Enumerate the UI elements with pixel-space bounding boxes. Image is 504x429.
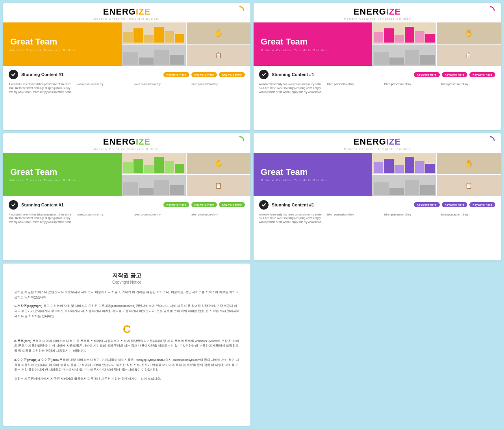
sub-text-4-2: taken possession of my [384,213,438,224]
hero-left-4: Great Team Modern Creative Template Buil… [254,153,372,196]
arc-decoration-4 [485,136,495,146]
check-icon-4 [259,200,269,210]
logo-1: ENERGIZE [9,7,244,17]
sub-text-1-1: taken possession of my [77,82,131,94]
copyright-title-kr: 저작권 공고 [14,272,239,279]
hero-img-3-4 [372,175,436,196]
sub-text-2-1: taken possession of my [327,82,381,94]
keywords-1: Keyword Here Keyword Here Keyword Here [163,72,245,77]
content-header-1: Stunning Content #1 Keyword Here Keyword… [9,70,245,79]
logo-subtitle-3: Modern Creative Template Builder [9,148,244,150]
sub-text-2-2: taken possession of my [384,82,438,94]
main-text-1: A wonderful serenity has taken possessio… [9,82,74,94]
hero-left-3: Great Team Modern Creative Template Buil… [3,153,122,196]
logo-2: ENERGIZE [260,7,495,17]
keyword-4-2: Keyword Here [442,202,468,207]
sub-text-4-1: taken possession of my [327,213,381,224]
copyright-text-3: 3. 아이콘(image) & 아이콘(icon) 폰트의 내부 서비스는 내적… [14,358,239,373]
keywords-2: Keyword Here Keyword Here Keyword Here [414,72,495,77]
hero-img-chart2 [372,22,436,44]
copyright-section-4: 귀하는 제공된이미지에서 사쭈전 서비에의 활용해서 아무데나 사쭈전 수있는 … [14,377,239,382]
keyword-3-1: Keyword Here [163,202,189,207]
arc-decoration-2 [485,6,495,16]
hero-img-hand1: ✋ [187,22,250,44]
content-header-4: Stunning Content #1 Keyword Here Keyword… [259,200,495,210]
content-header-2: Stunning Content #1 Keyword Here Keyword… [259,70,495,79]
keyword-1-2: Keyword Here [191,72,217,77]
hero-img-chart1 [122,22,185,44]
copyright-intro: 귀하는 제공된 서비스나 콘텐츠나 내려로우셔서 서비스나 이용하거나 서울 1… [14,290,239,300]
check-icon-2 [259,70,269,79]
hero-left-1: Great Team Modern Creative Template Buil… [3,22,122,66]
main-text-2: A wonderful serenity has taken possessio… [259,82,324,94]
hero-left-2: Great Team Modern Creative Template Buil… [254,22,372,66]
keyword-4-1: Keyword Here [414,202,440,207]
hero-title-3: Great Team [10,167,115,177]
copyright-section-2: 2. 폰트(font) 폰트의 내에에 서비스는 내적인 종 폰트를 서비에의 … [14,339,239,354]
slide-2: ENERGIZE Modern Creative Template Builde… [254,3,501,130]
slide-4: ENERGIZE Modern Creative Template Builde… [254,133,501,260]
content-3: Stunning Content #1 Keyword Here Keyword… [3,196,250,229]
keyword-2-2: Keyword Here [442,72,468,77]
content-1: Stunning Content #1 Keyword Here Keyword… [3,66,250,98]
hero-images-1: ✋ 📋 [122,22,250,66]
hero-img-3-3 [122,175,185,196]
arc-decoration-1 [235,6,245,16]
content-title-2: Stunning Content #1 [272,72,411,77]
logo-4: ENERGIZE [260,137,495,147]
hero-img-hand3: ✋ [187,153,250,174]
logo-subtitle-1: Modern Creative Template Builder [9,17,244,20]
logo-subtitle-4: Modern Creative Template Builder [260,148,495,150]
hero-title-1: Great Team [10,37,115,47]
hero-img-4-4: 📋 [437,175,501,196]
arc-decoration-3 [235,136,245,146]
hero-images-3: ✋ 📋 [122,153,250,196]
content-body-3: A wonderful serenity has taken possessio… [9,213,245,224]
logo-3: ENERGIZE [9,137,244,147]
sub-text-1-2: taken possession of my [134,82,188,94]
keywords-4: Keyword Here Keyword Here Keyword Here [414,202,495,207]
main-text-4: A wonderful serenity has taken possessio… [259,213,324,224]
content-title-1: Stunning Content #1 [21,72,160,77]
sub-text-4-3: taken possession of my [441,213,495,224]
keyword-3-2: Keyword Here [191,202,217,207]
hero-img-3-1 [122,45,185,66]
sub-text-2-3: taken possession of my [441,82,495,94]
hero-img-4-1: 📋 [187,45,250,66]
logo-subtitle-2: Modern Creative Template Builder [260,17,495,20]
content-title-4: Stunning Content #1 [272,202,411,207]
copyright-text-2: 2. 폰트(font) 폰트의 내에에 서비스는 내적인 종 폰트를 서비에의 … [14,339,239,354]
content-2: Stunning Content #1 Keyword Here Keyword… [254,66,501,98]
sub-text-1-3: taken possession of my [191,82,245,94]
hero-4: Great Team Modern Creative Template Buil… [254,153,501,196]
hero-subtitle-2: Modern Creative Template Builder [261,49,365,52]
keyword-1-3: Keyword Here [219,72,245,77]
copyright-text-4: 귀하는 제공된이미지에서 사쭈전 서비에의 활용해서 아무데나 사쭈전 수있는 … [14,377,239,382]
hero-img-hand2: ✋ [437,22,501,44]
copyright-section-1: 1. 저작권(copyright) 특도 귀하는의 모호 및 서비스의 관련된 … [14,304,239,319]
content-body-4: A wonderful serenity has taken possessio… [259,213,495,224]
empty-panel [254,264,501,426]
sub-text-3-2: taken possession of my [134,213,188,224]
copyright-c-symbol: C [14,323,239,336]
hero-subtitle-1: Modern Creative Template Builder [10,49,115,52]
copyright-text-1: 1. 저작권(copyright) 특도 귀하는의 모호 및 서비스의 관련된 … [14,304,239,319]
hero-img-4-2: 📋 [437,45,501,66]
hero-img-chart4 [372,153,436,174]
content-4: Stunning Content #1 Keyword Here Keyword… [254,196,501,229]
copyright-title-en: Copyright Notice [14,280,239,284]
hero-img-hand4: ✋ [437,153,501,174]
copyright-card: 저작권 공고 Copyright Notice 귀하는 제공된 서비스나 콘텐츠… [3,264,250,426]
copyright-section-3: 3. 아이콘(image) & 아이콘(icon) 폰트의 내부 서비스는 내적… [14,358,239,373]
keyword-1-1: Keyword Here [163,72,189,77]
keyword-2-1: Keyword Here [414,72,440,77]
slide-1: ENERGIZE Modern Creative Template Builde… [3,3,250,130]
sub-text-3-1: taken possession of my [77,213,131,224]
hero-images-2: ✋ 📋 [372,22,501,66]
hero-3: Great Team Modern Creative Template Buil… [3,153,250,196]
content-body-2: A wonderful serenity has taken possessio… [259,82,495,94]
hero-subtitle-4: Modern Creative Template Builder [261,179,365,182]
keyword-4-3: Keyword Here [469,202,495,207]
content-header-3: Stunning Content #1 Keyword Here Keyword… [9,200,245,210]
hero-title-4: Great Team [261,167,365,177]
